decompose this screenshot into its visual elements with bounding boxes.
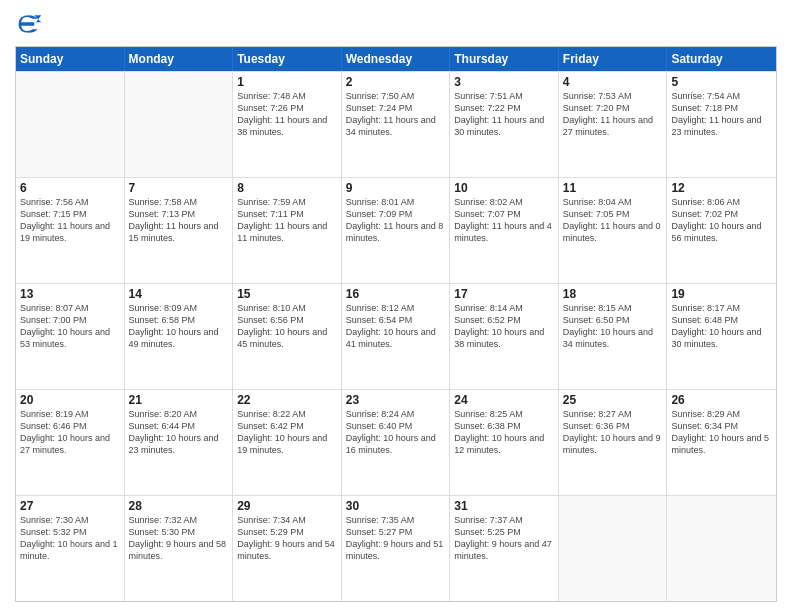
calendar-cell — [125, 72, 234, 177]
day-info: Sunrise: 7:53 AM Sunset: 7:20 PM Dayligh… — [563, 90, 663, 139]
day-info: Sunrise: 8:06 AM Sunset: 7:02 PM Dayligh… — [671, 196, 772, 245]
calendar-cell: 5Sunrise: 7:54 AM Sunset: 7:18 PM Daylig… — [667, 72, 776, 177]
day-header-monday: Monday — [125, 47, 234, 71]
day-info: Sunrise: 8:17 AM Sunset: 6:48 PM Dayligh… — [671, 302, 772, 351]
calendar-cell: 13Sunrise: 8:07 AM Sunset: 7:00 PM Dayli… — [16, 284, 125, 389]
day-info: Sunrise: 7:34 AM Sunset: 5:29 PM Dayligh… — [237, 514, 337, 563]
day-info: Sunrise: 8:24 AM Sunset: 6:40 PM Dayligh… — [346, 408, 446, 457]
day-number: 17 — [454, 287, 554, 301]
day-number: 21 — [129, 393, 229, 407]
day-number: 15 — [237, 287, 337, 301]
day-info: Sunrise: 7:56 AM Sunset: 7:15 PM Dayligh… — [20, 196, 120, 245]
calendar-cell: 14Sunrise: 8:09 AM Sunset: 6:58 PM Dayli… — [125, 284, 234, 389]
calendar-cell: 19Sunrise: 8:17 AM Sunset: 6:48 PM Dayli… — [667, 284, 776, 389]
calendar-cell: 20Sunrise: 8:19 AM Sunset: 6:46 PM Dayli… — [16, 390, 125, 495]
calendar-cell: 6Sunrise: 7:56 AM Sunset: 7:15 PM Daylig… — [16, 178, 125, 283]
day-number: 22 — [237, 393, 337, 407]
day-header-thursday: Thursday — [450, 47, 559, 71]
day-info: Sunrise: 8:12 AM Sunset: 6:54 PM Dayligh… — [346, 302, 446, 351]
day-info: Sunrise: 8:20 AM Sunset: 6:44 PM Dayligh… — [129, 408, 229, 457]
calendar-week-2: 6Sunrise: 7:56 AM Sunset: 7:15 PM Daylig… — [16, 177, 776, 283]
day-number: 19 — [671, 287, 772, 301]
day-info: Sunrise: 7:30 AM Sunset: 5:32 PM Dayligh… — [20, 514, 120, 563]
day-number: 24 — [454, 393, 554, 407]
day-number: 9 — [346, 181, 446, 195]
day-info: Sunrise: 7:48 AM Sunset: 7:26 PM Dayligh… — [237, 90, 337, 139]
calendar-cell: 25Sunrise: 8:27 AM Sunset: 6:36 PM Dayli… — [559, 390, 668, 495]
day-number: 10 — [454, 181, 554, 195]
day-number: 2 — [346, 75, 446, 89]
day-info: Sunrise: 8:25 AM Sunset: 6:38 PM Dayligh… — [454, 408, 554, 457]
day-info: Sunrise: 8:14 AM Sunset: 6:52 PM Dayligh… — [454, 302, 554, 351]
day-info: Sunrise: 8:15 AM Sunset: 6:50 PM Dayligh… — [563, 302, 663, 351]
day-header-sunday: Sunday — [16, 47, 125, 71]
day-info: Sunrise: 8:09 AM Sunset: 6:58 PM Dayligh… — [129, 302, 229, 351]
calendar-cell: 3Sunrise: 7:51 AM Sunset: 7:22 PM Daylig… — [450, 72, 559, 177]
day-info: Sunrise: 8:04 AM Sunset: 7:05 PM Dayligh… — [563, 196, 663, 245]
day-number: 6 — [20, 181, 120, 195]
day-number: 20 — [20, 393, 120, 407]
day-info: Sunrise: 8:19 AM Sunset: 6:46 PM Dayligh… — [20, 408, 120, 457]
calendar-body: 1Sunrise: 7:48 AM Sunset: 7:26 PM Daylig… — [16, 71, 776, 601]
day-info: Sunrise: 8:01 AM Sunset: 7:09 PM Dayligh… — [346, 196, 446, 245]
day-number: 12 — [671, 181, 772, 195]
calendar-week-4: 20Sunrise: 8:19 AM Sunset: 6:46 PM Dayli… — [16, 389, 776, 495]
calendar-cell — [667, 496, 776, 601]
calendar-cell: 27Sunrise: 7:30 AM Sunset: 5:32 PM Dayli… — [16, 496, 125, 601]
calendar-cell: 17Sunrise: 8:14 AM Sunset: 6:52 PM Dayli… — [450, 284, 559, 389]
day-number: 30 — [346, 499, 446, 513]
calendar-cell: 22Sunrise: 8:22 AM Sunset: 6:42 PM Dayli… — [233, 390, 342, 495]
calendar-cell: 23Sunrise: 8:24 AM Sunset: 6:40 PM Dayli… — [342, 390, 451, 495]
day-number: 29 — [237, 499, 337, 513]
day-number: 11 — [563, 181, 663, 195]
calendar-week-3: 13Sunrise: 8:07 AM Sunset: 7:00 PM Dayli… — [16, 283, 776, 389]
calendar-cell: 10Sunrise: 8:02 AM Sunset: 7:07 PM Dayli… — [450, 178, 559, 283]
calendar: SundayMondayTuesdayWednesdayThursdayFrid… — [15, 46, 777, 602]
day-info: Sunrise: 8:27 AM Sunset: 6:36 PM Dayligh… — [563, 408, 663, 457]
day-number: 31 — [454, 499, 554, 513]
day-info: Sunrise: 8:10 AM Sunset: 6:56 PM Dayligh… — [237, 302, 337, 351]
day-number: 1 — [237, 75, 337, 89]
calendar-cell: 12Sunrise: 8:06 AM Sunset: 7:02 PM Dayli… — [667, 178, 776, 283]
day-info: Sunrise: 7:54 AM Sunset: 7:18 PM Dayligh… — [671, 90, 772, 139]
day-number: 14 — [129, 287, 229, 301]
day-info: Sunrise: 8:02 AM Sunset: 7:07 PM Dayligh… — [454, 196, 554, 245]
day-header-friday: Friday — [559, 47, 668, 71]
calendar-header: SundayMondayTuesdayWednesdayThursdayFrid… — [16, 47, 776, 71]
day-number: 7 — [129, 181, 229, 195]
day-number: 28 — [129, 499, 229, 513]
calendar-cell — [16, 72, 125, 177]
day-number: 3 — [454, 75, 554, 89]
day-number: 18 — [563, 287, 663, 301]
day-number: 23 — [346, 393, 446, 407]
calendar-cell: 2Sunrise: 7:50 AM Sunset: 7:24 PM Daylig… — [342, 72, 451, 177]
day-number: 26 — [671, 393, 772, 407]
day-number: 16 — [346, 287, 446, 301]
calendar-cell: 11Sunrise: 8:04 AM Sunset: 7:05 PM Dayli… — [559, 178, 668, 283]
day-number: 25 — [563, 393, 663, 407]
logo-icon — [15, 10, 43, 38]
day-number: 27 — [20, 499, 120, 513]
calendar-cell — [559, 496, 668, 601]
day-number: 8 — [237, 181, 337, 195]
calendar-cell: 21Sunrise: 8:20 AM Sunset: 6:44 PM Dayli… — [125, 390, 234, 495]
logo — [15, 10, 47, 38]
calendar-cell: 24Sunrise: 8:25 AM Sunset: 6:38 PM Dayli… — [450, 390, 559, 495]
calendar-week-1: 1Sunrise: 7:48 AM Sunset: 7:26 PM Daylig… — [16, 71, 776, 177]
day-info: Sunrise: 7:50 AM Sunset: 7:24 PM Dayligh… — [346, 90, 446, 139]
day-info: Sunrise: 7:37 AM Sunset: 5:25 PM Dayligh… — [454, 514, 554, 563]
calendar-cell: 30Sunrise: 7:35 AM Sunset: 5:27 PM Dayli… — [342, 496, 451, 601]
calendar-page: SundayMondayTuesdayWednesdayThursdayFrid… — [0, 0, 792, 612]
calendar-cell: 18Sunrise: 8:15 AM Sunset: 6:50 PM Dayli… — [559, 284, 668, 389]
day-info: Sunrise: 7:32 AM Sunset: 5:30 PM Dayligh… — [129, 514, 229, 563]
day-info: Sunrise: 8:29 AM Sunset: 6:34 PM Dayligh… — [671, 408, 772, 457]
day-header-tuesday: Tuesday — [233, 47, 342, 71]
calendar-cell: 26Sunrise: 8:29 AM Sunset: 6:34 PM Dayli… — [667, 390, 776, 495]
calendar-cell: 28Sunrise: 7:32 AM Sunset: 5:30 PM Dayli… — [125, 496, 234, 601]
page-header — [15, 10, 777, 38]
calendar-cell: 31Sunrise: 7:37 AM Sunset: 5:25 PM Dayli… — [450, 496, 559, 601]
calendar-cell: 1Sunrise: 7:48 AM Sunset: 7:26 PM Daylig… — [233, 72, 342, 177]
day-number: 5 — [671, 75, 772, 89]
calendar-cell: 4Sunrise: 7:53 AM Sunset: 7:20 PM Daylig… — [559, 72, 668, 177]
day-info: Sunrise: 7:59 AM Sunset: 7:11 PM Dayligh… — [237, 196, 337, 245]
